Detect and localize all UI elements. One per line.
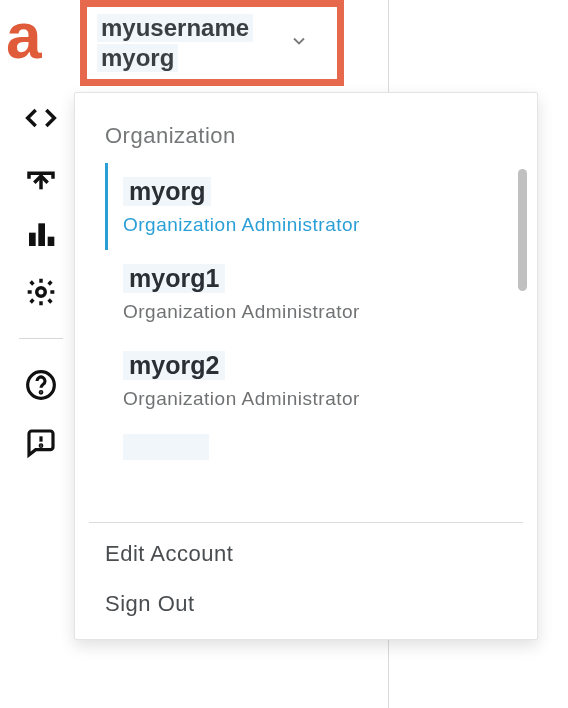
sidebar-nav (14, 100, 68, 461)
account-dropdown: Organization myorg Organization Administ… (74, 92, 538, 640)
sign-out-link[interactable]: Sign Out (105, 591, 537, 617)
svg-rect-0 (29, 233, 36, 246)
upload-icon[interactable] (23, 158, 59, 194)
dropdown-section-label: Organization (75, 123, 537, 163)
feedback-icon[interactable] (23, 425, 59, 461)
username-label: myusername (97, 14, 253, 42)
org-item-myorg1[interactable]: myorg1 Organization Administrator (105, 250, 507, 337)
org-item-myorg2[interactable]: myorg2 Organization Administrator (105, 337, 507, 424)
org-item-myorg[interactable]: myorg Organization Administrator (105, 163, 507, 250)
org-name: myorg (123, 177, 211, 206)
settings-icon[interactable] (23, 274, 59, 310)
svg-point-7 (40, 445, 42, 447)
org-name-placeholder (123, 434, 209, 460)
app-logo: a (6, 4, 40, 68)
org-name: myorg2 (123, 351, 225, 380)
org-list: myorg Organization Administrator myorg1 … (75, 163, 537, 514)
scrollbar-thumb[interactable] (518, 169, 527, 291)
chevron-down-icon (289, 31, 309, 55)
dropdown-footer: Edit Account Sign Out (75, 523, 537, 639)
help-icon[interactable] (23, 367, 59, 403)
org-item-partial[interactable] (105, 424, 507, 470)
account-labels: myusername myorg (97, 14, 253, 72)
svg-point-3 (37, 288, 46, 297)
edit-account-link[interactable]: Edit Account (105, 541, 537, 567)
org-name: myorg1 (123, 264, 225, 293)
svg-rect-2 (48, 237, 55, 246)
svg-point-5 (40, 392, 42, 394)
org-role: Organization Administrator (123, 214, 507, 236)
code-icon[interactable] (23, 100, 59, 136)
org-role: Organization Administrator (123, 301, 507, 323)
current-org-label: myorg (97, 44, 178, 72)
account-switcher-trigger[interactable]: myusername myorg (80, 0, 344, 86)
divider (388, 640, 389, 708)
org-role: Organization Administrator (123, 388, 507, 410)
divider (388, 0, 389, 96)
svg-rect-1 (38, 223, 45, 246)
sidebar-separator (19, 338, 63, 339)
chart-icon[interactable] (23, 216, 59, 252)
